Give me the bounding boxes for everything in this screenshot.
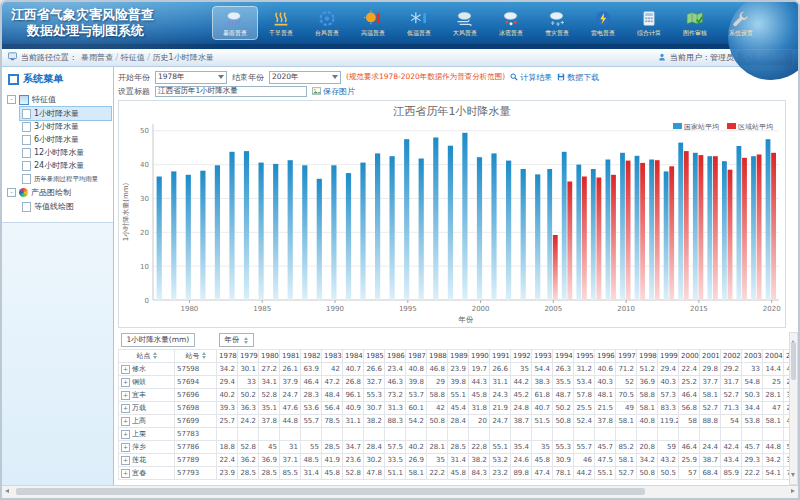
tree-item[interactable]: 等值线绘图 [20,200,111,213]
value-cell: 49 [616,401,637,414]
toolbar-item-gale[interactable]: 大风普查 [443,7,487,39]
expand-icon[interactable]: + [121,417,130,426]
year-column-header[interactable]: 1992 [511,349,532,362]
value-cell: 20.8 [637,440,658,453]
value-cell: 18.8 [217,440,238,453]
year-column-header[interactable]: 1994 [553,349,574,362]
value-cell: 85.5 [280,466,301,479]
toolbar-item-drought[interactable]: 干旱普查 [259,7,303,39]
expand-icon[interactable]: + [121,469,130,478]
station-name-cell[interactable]: +修水 [119,362,175,375]
year-column-header[interactable]: 1988 [427,349,448,362]
scroll-down-icon[interactable] [791,473,795,482]
horizontal-scrollbar[interactable] [2,485,798,498]
vertical-scrollbar[interactable] [789,332,798,485]
station-name-cell[interactable]: +莲花 [119,453,175,466]
scroll-right-icon[interactable] [791,489,795,493]
expand-icon[interactable]: + [121,430,130,439]
year-column-header[interactable]: 1997 [616,349,637,362]
year-column-header[interactable]: 2003 [742,349,763,362]
year-column-header[interactable]: 1998 [637,349,658,362]
toolbar-item-hail[interactable]: 冰雹普查 [489,7,533,39]
year-column-header[interactable]: 2001 [700,349,721,362]
settings-icon [728,9,754,28]
station-name-cell[interactable]: +铜鼓 [119,375,175,388]
value-cell: 31.8 [469,401,490,414]
breadcrumb-segment[interactable]: 特征值 [121,53,145,62]
year-column-header[interactable]: 1999 [658,349,679,362]
data-download-link[interactable]: 数据下载 [557,72,599,83]
start-year-select[interactable]: 1978年 [155,71,227,84]
code-column-header[interactable]: 站号 [175,349,217,362]
year-column-header[interactable]: 1986 [385,349,406,362]
breadcrumb-segment[interactable]: 暴雨普查 [81,53,113,62]
year-column-header[interactable]: 1993 [532,349,553,362]
tree-group[interactable]: -产品图绘制 [7,185,111,200]
station-name-cell[interactable]: +上高 [119,414,175,427]
tree-item[interactable]: 6小时降水量 [20,133,111,146]
vertical-scroll-thumb[interactable] [791,342,796,380]
calc-result-link[interactable]: 计算结果 [510,72,552,83]
year-column-header[interactable]: 1978 [217,349,238,362]
page-icon [22,122,31,132]
station-name-cell[interactable]: +万载 [119,401,175,414]
year-column-header[interactable]: 1989 [448,349,469,362]
year-column-header[interactable]: 1980 [259,349,280,362]
legend-item: 区域站平均 [727,122,773,132]
toolbar-item-lightning[interactable]: 雷电普查 [581,7,625,39]
horizontal-scroll-thumb[interactable] [16,488,645,495]
toolbar-item-settings[interactable]: 系统设置 [719,7,763,39]
station-name-cell[interactable]: +萍乡 [119,440,175,453]
year-column-header[interactable]: 2002 [721,349,742,362]
year-column-header[interactable]: 1983 [322,349,343,362]
value-cell: 54.2 [406,414,427,427]
expand-icon[interactable]: + [121,365,130,374]
toolbar-item-map-audit[interactable]: 图件审核 [673,7,717,39]
end-year-select[interactable]: 2020年 [269,71,341,84]
year-column-header[interactable]: 1982 [301,349,322,362]
expander-icon[interactable]: - [7,188,16,197]
tree-item[interactable]: 1小时降水量 [20,107,111,120]
toolbar-item-calculator[interactable]: 综合计算 [627,7,671,39]
scroll-left-icon[interactable] [5,489,9,493]
toolbar-item-low-temp[interactable]: 低温普查 [397,7,441,39]
station-name-cell[interactable]: +宜丰 [119,388,175,401]
breadcrumb-segment[interactable]: 历史1小时降水量 [153,53,214,62]
expand-icon[interactable]: + [121,456,130,465]
chart-title-input[interactable] [155,86,307,97]
expand-icon[interactable]: + [121,391,130,400]
year-column-header[interactable]: 1991 [490,349,511,362]
year-column-header[interactable]: 2004 [763,349,784,362]
expand-icon[interactable]: + [121,443,130,452]
tree-item[interactable]: 3小时降水量 [20,120,111,133]
year-sort-control[interactable]: 年份 [219,333,254,347]
toolbar-item-typhoon[interactable]: 台风普查 [305,7,349,39]
year-column-header[interactable]: 1984 [343,349,364,362]
station-name-cell[interactable]: +上栗 [119,427,175,440]
value-cell [301,427,322,440]
value-cell: 119.2 [658,414,679,427]
toolbar-item-snow[interactable]: 雪灾普查 [535,7,579,39]
tree-item[interactable]: 24小时降水量 [20,159,111,172]
toolbar-item-rainstorm[interactable]: 暴雨普查 [213,7,257,39]
save-image-link[interactable]: 保存图片 [312,86,355,97]
year-column-header[interactable]: 1979 [238,349,259,362]
tree-item[interactable]: 12小时降水量 [20,146,111,159]
year-column-header[interactable]: 1990 [469,349,490,362]
year-column-header[interactable]: 1987 [406,349,427,362]
station-name-cell[interactable]: +宜春 [119,466,175,479]
year-column-header[interactable]: 1981 [280,349,301,362]
expander-icon[interactable]: - [7,95,16,104]
year-column-header[interactable]: 1995 [574,349,595,362]
expand-icon[interactable]: + [121,378,130,387]
value-cell: 34.7 [343,440,364,453]
tree-item[interactable]: 历年暴雨过程平均雨量 [20,172,111,185]
year-column-header[interactable]: 1985 [364,349,385,362]
toolbar-item-high-temp[interactable]: 高温普查 [351,7,395,39]
tree-group[interactable]: -特征值 [7,92,111,107]
station-column-header[interactable]: 站点 [119,349,175,362]
station-code-cell: 57699 [175,414,217,427]
expand-icon[interactable]: + [121,404,130,413]
year-column-header[interactable]: 1996 [595,349,616,362]
year-column-header[interactable]: 2000 [679,349,700,362]
